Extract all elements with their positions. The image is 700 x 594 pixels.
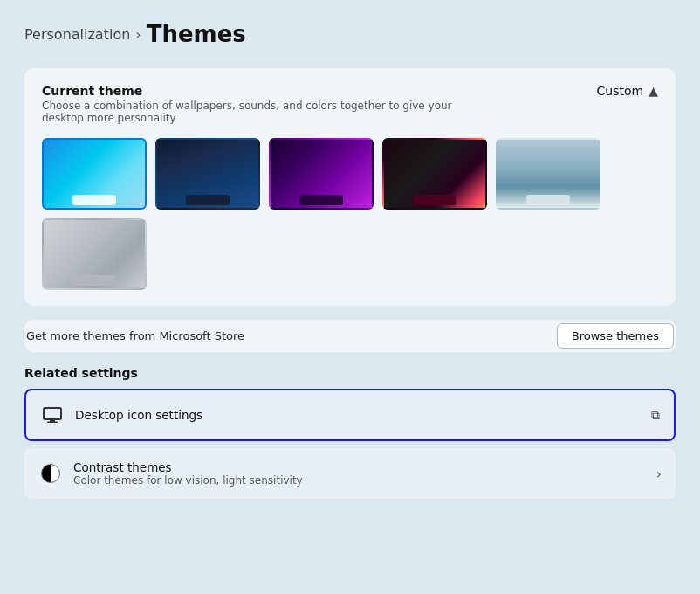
svg-rect-0	[44, 408, 61, 419]
breadcrumb-arrow: ›	[135, 26, 141, 43]
contrast-info: Contrast themes Color themes for low vis…	[73, 460, 656, 487]
current-theme-title: Current theme	[42, 84, 496, 98]
current-theme-info: Current theme Choose a combination of wa…	[42, 84, 496, 124]
desktop-icon-label: Desktop icon settings	[75, 408, 651, 422]
related-settings-title: Related settings	[24, 366, 676, 380]
theme-taskbar-6	[44, 273, 145, 288]
theme-item-5[interactable]	[496, 138, 600, 210]
taskbar-bar-4	[413, 195, 456, 205]
breadcrumb: Personalization › Themes	[24, 21, 676, 47]
taskbar-bar-2	[186, 195, 230, 205]
theme-item-3[interactable]	[269, 138, 374, 210]
theme-taskbar-4	[384, 192, 485, 208]
contrast-icon	[38, 461, 63, 486]
desktop-icon-settings-item[interactable]: Desktop icon settings ⧉	[24, 389, 676, 441]
breadcrumb-parent[interactable]: Personalization	[24, 26, 130, 43]
theme-taskbar-1	[44, 192, 145, 208]
contrast-themes-label: Contrast themes	[73, 460, 656, 474]
current-theme-header: Current theme Choose a combination of wa…	[42, 84, 658, 124]
theme-taskbar-3	[271, 192, 372, 208]
chevron-up-icon: ▲	[649, 84, 658, 98]
theme-item-2[interactable]	[155, 138, 260, 210]
current-theme-badge[interactable]: Custom ▲	[597, 84, 658, 98]
contrast-themes-item[interactable]: Contrast themes Color themes for low vis…	[24, 448, 676, 499]
chevron-right-icon: ›	[656, 466, 662, 482]
store-text: Get more themes from Microsoft Store	[26, 329, 244, 342]
monitor-icon	[40, 403, 65, 427]
theme-item-1[interactable]	[42, 138, 147, 210]
current-theme-card: Current theme Choose a combination of wa…	[24, 68, 676, 306]
external-link-icon: ⧉	[651, 408, 660, 423]
current-theme-description: Choose a combination of wallpapers, soun…	[42, 100, 496, 124]
theme-taskbar-5	[498, 192, 599, 208]
taskbar-bar-5	[526, 195, 570, 205]
related-settings-section: Related settings Desktop icon settings ⧉…	[24, 366, 676, 499]
current-theme-name: Custom	[597, 84, 644, 98]
page-container: Personalization › Themes Current theme C…	[0, 0, 700, 594]
svg-rect-2	[47, 422, 58, 424]
taskbar-bar-1	[72, 195, 116, 205]
contrast-themes-sublabel: Color themes for low vision, light sensi…	[73, 474, 656, 487]
page-title: Themes	[147, 21, 246, 47]
themes-grid	[42, 138, 658, 290]
taskbar-bar-3	[299, 195, 343, 205]
browse-themes-button[interactable]: Browse themes	[557, 323, 674, 349]
theme-item-4[interactable]	[382, 138, 487, 210]
theme-item-6[interactable]	[42, 218, 147, 290]
taskbar-bar-6	[72, 275, 116, 286]
store-row: Get more themes from Microsoft Store Bro…	[24, 320, 676, 352]
theme-taskbar-2	[157, 192, 258, 208]
